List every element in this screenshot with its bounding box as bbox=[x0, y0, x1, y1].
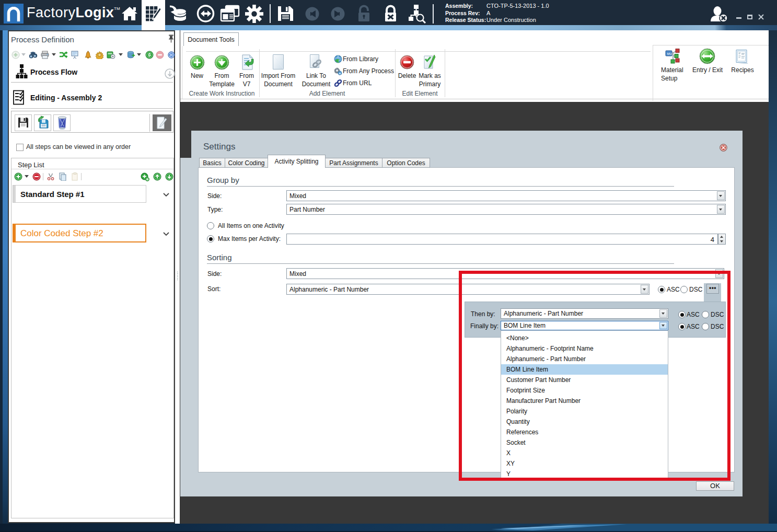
svg-text:MU: MU bbox=[667, 52, 672, 55]
